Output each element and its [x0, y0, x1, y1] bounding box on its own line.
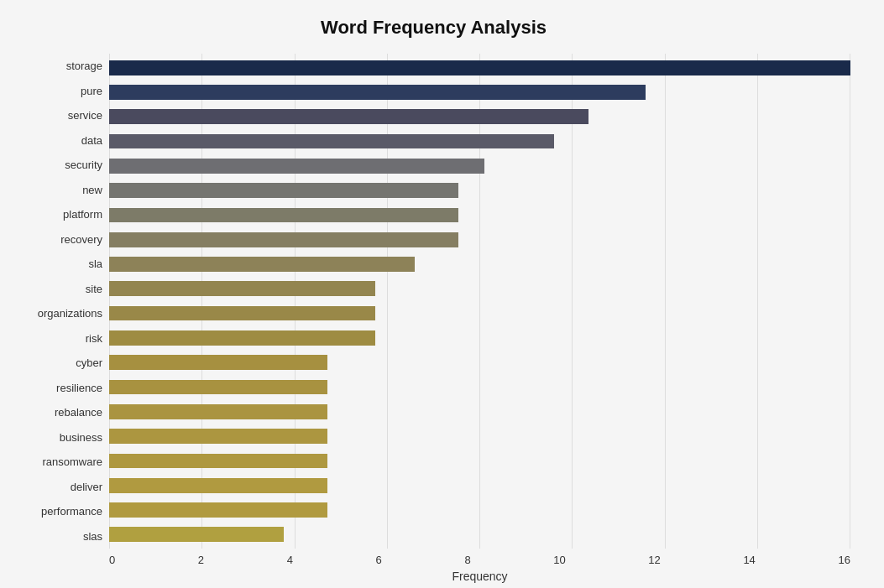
bar-row	[109, 178, 850, 202]
bar	[109, 355, 327, 370]
bar-row	[109, 203, 850, 227]
x-tick-label: 8	[464, 554, 470, 566]
bar-row	[109, 351, 850, 375]
y-label: performance	[17, 506, 102, 517]
x-tick-label: 4	[287, 554, 293, 566]
bar-row	[109, 497, 850, 522]
y-label: storage	[17, 60, 102, 71]
chart-area: storagepureservicedatasecuritynewplatfor…	[17, 54, 850, 549]
bar	[109, 60, 850, 75]
x-tick-label: 12	[648, 554, 660, 566]
x-tick-label: 6	[376, 554, 382, 566]
bar	[109, 330, 375, 346]
y-label: resilience	[17, 382, 102, 393]
bar-row	[109, 523, 850, 547]
y-label: pure	[17, 86, 102, 96]
y-label: rebalance	[17, 407, 102, 418]
bar-row	[109, 252, 850, 276]
bar-row	[109, 449, 850, 473]
y-label: sla	[17, 258, 102, 269]
chart-title: Word Frequency Analysis	[17, 17, 850, 39]
bottom-area: 0246810121416 Frequency	[17, 554, 850, 583]
bar	[109, 85, 646, 100]
y-label: organizations	[17, 308, 102, 319]
bar	[109, 183, 458, 198]
bar	[109, 109, 588, 124]
bar	[109, 527, 284, 542]
y-label: platform	[17, 209, 102, 220]
bar	[109, 478, 327, 493]
bar	[109, 380, 327, 395]
y-label: slas	[17, 531, 102, 542]
x-tick-label: 2	[198, 554, 204, 566]
bar-row	[109, 227, 850, 252]
y-label: cyber	[17, 357, 102, 368]
x-axis: 0246810121416	[109, 554, 850, 566]
bar-row	[109, 325, 850, 350]
y-axis-labels: storagepureservicedatasecuritynewplatfor…	[17, 54, 109, 549]
bar-row	[109, 424, 850, 448]
bar-row	[109, 375, 850, 399]
bar-row	[109, 105, 850, 129]
bar-row	[109, 399, 850, 424]
bar	[109, 134, 554, 149]
x-tick-label: 16	[838, 554, 850, 566]
bar	[109, 232, 458, 247]
bar	[109, 208, 458, 223]
grid-and-bars	[109, 54, 850, 549]
x-tick-label: 10	[553, 554, 565, 566]
bar-row	[109, 473, 850, 497]
bar	[109, 454, 327, 469]
bar-row	[109, 154, 850, 178]
bar	[109, 502, 327, 518]
bar-row	[109, 129, 850, 154]
y-label: business	[17, 432, 102, 443]
y-label: ransomware	[17, 456, 102, 467]
bars-wrapper	[109, 54, 850, 549]
y-label: new	[17, 185, 102, 195]
chart-container: Word Frequency Analysis storagepureservi…	[0, 0, 884, 588]
bar	[109, 159, 484, 174]
y-label: data	[17, 135, 102, 146]
bar	[109, 257, 415, 272]
y-label: security	[17, 159, 102, 170]
bar-row	[109, 277, 850, 301]
y-label: site	[17, 284, 102, 294]
bar-row	[109, 80, 850, 104]
bar	[109, 306, 375, 321]
bar-row	[109, 55, 850, 80]
y-label: service	[17, 110, 102, 121]
bar-row	[109, 301, 850, 325]
x-axis-title: Frequency	[109, 570, 850, 583]
bar	[109, 429, 327, 444]
bars-and-grid	[109, 54, 850, 549]
x-tick-label: 0	[109, 554, 115, 566]
x-tick-label: 14	[743, 554, 755, 566]
bar	[109, 404, 327, 419]
bar	[109, 281, 375, 296]
y-label: deliver	[17, 481, 102, 492]
y-label: risk	[17, 333, 102, 344]
y-label: recovery	[17, 234, 102, 245]
